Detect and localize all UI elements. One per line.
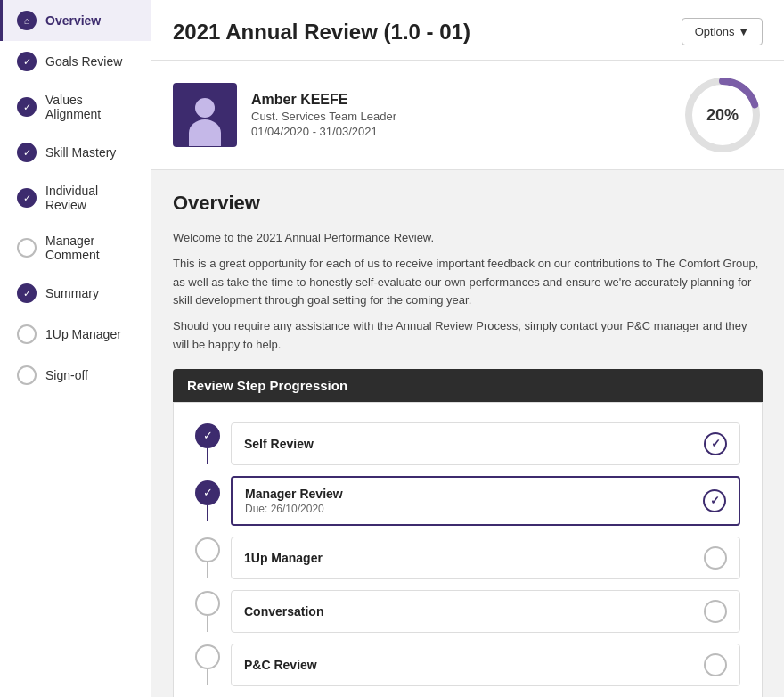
sidebar-item-skill-mastery[interactable]: ✓Skill Mastery bbox=[0, 132, 151, 173]
step-circle-col-self-review: ✓ bbox=[195, 423, 220, 464]
step-name-pc-review: P&C Review bbox=[244, 658, 317, 672]
progress-label: 20% bbox=[706, 106, 739, 125]
sidebar-item-sign-off[interactable]: Sign-off bbox=[0, 355, 151, 396]
step-row-self-acknowledgement: Self Acknowledgement bbox=[195, 692, 740, 697]
step-check-icon-pc-review bbox=[704, 653, 727, 676]
sidebar-label-overview: Overview bbox=[45, 13, 101, 28]
overview-paragraph: Should you require any assistance with t… bbox=[173, 317, 763, 355]
sidebar-label-summary: Summary bbox=[45, 286, 99, 300]
step-circle-col-manager-review: ✓ bbox=[195, 480, 220, 521]
employee-name: Amber KEEFE bbox=[251, 92, 396, 108]
progression-header: Review Step Progression bbox=[173, 369, 763, 402]
sidebar-icon-sign-off bbox=[17, 365, 37, 385]
sidebar-item-summary[interactable]: ✓Summary bbox=[0, 273, 151, 314]
sidebar-label-goals-review: Goals Review bbox=[45, 54, 122, 69]
step-text-self-review: Self Review bbox=[244, 437, 314, 451]
step-connector-conversation bbox=[207, 616, 208, 632]
step-card-pc-review[interactable]: P&C Review bbox=[231, 644, 740, 686]
sidebar-label-manager-comment: Manager Comment bbox=[45, 234, 136, 262]
sidebar-icon-manager-comment bbox=[17, 238, 37, 258]
sidebar-icon-individual-review: ✓ bbox=[17, 188, 37, 208]
step-circle-col-1up-manager bbox=[195, 537, 220, 578]
step-card-conversation[interactable]: Conversation bbox=[231, 590, 740, 633]
employee-role: Cust. Services Team Leader bbox=[251, 110, 396, 123]
step-row-manager-review: ✓Manager ReviewDue: 26/10/2020✓ bbox=[195, 471, 740, 531]
avatar-person bbox=[187, 98, 223, 147]
step-due-manager-review: Due: 26/10/2020 bbox=[245, 503, 343, 515]
options-button[interactable]: Options ▼ bbox=[682, 18, 763, 45]
progression-section: Review Step Progression ✓Self Review✓✓Ma… bbox=[173, 369, 763, 697]
sidebar-label-values-alignment: Values Alignment bbox=[45, 93, 136, 121]
step-circle-col-pc-review bbox=[195, 644, 220, 685]
step-connector-self-review bbox=[207, 448, 208, 464]
step-connector-1up-manager bbox=[207, 562, 208, 578]
step-connector-manager-review bbox=[207, 505, 208, 521]
overview-title: Overview bbox=[173, 192, 763, 215]
step-check-icon-self-review: ✓ bbox=[704, 432, 727, 455]
sidebar-item-1up-manager[interactable]: 1Up Manager bbox=[0, 314, 151, 355]
step-connector-pc-review bbox=[207, 669, 208, 685]
sidebar: ⌂Overview✓Goals Review✓Values Alignment✓… bbox=[0, 0, 151, 697]
step-text-1up-manager: 1Up Manager bbox=[244, 551, 323, 565]
page-title: 2021 Annual Review (1.0 - 01) bbox=[173, 20, 470, 45]
step-circle-col-conversation bbox=[195, 591, 220, 632]
step-check-icon-1up-manager bbox=[704, 546, 727, 570]
sidebar-item-overview[interactable]: ⌂Overview bbox=[0, 0, 151, 41]
step-text-pc-review: P&C Review bbox=[244, 658, 317, 672]
employee-card: Amber KEEFE Cust. Services Team Leader 0… bbox=[151, 61, 784, 170]
step-name-1up-manager: 1Up Manager bbox=[244, 551, 323, 565]
employee-info: Amber KEEFE Cust. Services Team Leader 0… bbox=[173, 83, 396, 147]
sidebar-label-1up-manager: 1Up Manager bbox=[45, 327, 121, 341]
page-header: 2021 Annual Review (1.0 - 01) Options ▼ bbox=[151, 0, 784, 61]
overview-paragraphs: Welcome to the 2021 Annual Performance R… bbox=[173, 229, 763, 355]
step-circle-pc-review bbox=[195, 644, 220, 669]
step-row-pc-review: P&C Review bbox=[195, 638, 740, 692]
progress-ring-container: 20% bbox=[682, 75, 763, 155]
avatar bbox=[173, 83, 237, 147]
sidebar-item-individual-review[interactable]: ✓Individual Review bbox=[0, 173, 151, 223]
step-row-self-review: ✓Self Review✓ bbox=[195, 417, 740, 471]
step-name-conversation: Conversation bbox=[244, 604, 323, 619]
sidebar-label-individual-review: Individual Review bbox=[45, 184, 136, 212]
sidebar-item-goals-review[interactable]: ✓Goals Review bbox=[0, 41, 151, 82]
sidebar-icon-goals-review: ✓ bbox=[17, 52, 37, 71]
step-name-manager-review: Manager Review bbox=[245, 487, 343, 501]
sidebar-icon-overview: ⌂ bbox=[17, 11, 37, 30]
avatar-head bbox=[195, 98, 215, 118]
step-circle-1up-manager bbox=[195, 537, 220, 562]
sidebar-label-skill-mastery: Skill Mastery bbox=[45, 145, 116, 160]
sidebar-icon-summary: ✓ bbox=[17, 283, 37, 303]
step-circle-self-review: ✓ bbox=[195, 423, 220, 448]
step-card-self-review[interactable]: Self Review✓ bbox=[231, 422, 740, 465]
step-row-1up-manager: 1Up Manager bbox=[195, 531, 740, 585]
step-check-icon-manager-review: ✓ bbox=[703, 489, 726, 512]
progress-ring: 20% bbox=[682, 75, 763, 155]
sidebar-label-sign-off: Sign-off bbox=[45, 368, 88, 382]
progression-container: ✓Self Review✓✓Manager ReviewDue: 26/10/2… bbox=[173, 402, 763, 697]
step-row-conversation: Conversation bbox=[195, 585, 740, 638]
content-area: Overview Welcome to the 2021 Annual Perf… bbox=[151, 170, 784, 697]
step-text-manager-review: Manager ReviewDue: 26/10/2020 bbox=[245, 487, 343, 515]
step-circle-conversation bbox=[195, 591, 220, 616]
steps-list: ✓Self Review✓✓Manager ReviewDue: 26/10/2… bbox=[195, 417, 740, 697]
employee-details: Amber KEEFE Cust. Services Team Leader 0… bbox=[251, 92, 396, 138]
sidebar-item-values-alignment[interactable]: ✓Values Alignment bbox=[0, 82, 151, 132]
step-text-conversation: Conversation bbox=[244, 604, 323, 619]
sidebar-icon-values-alignment: ✓ bbox=[17, 97, 37, 117]
sidebar-icon-1up-manager bbox=[17, 324, 37, 344]
main-content: 2021 Annual Review (1.0 - 01) Options ▼ … bbox=[151, 0, 784, 697]
sidebar-icon-skill-mastery: ✓ bbox=[17, 143, 37, 162]
avatar-body bbox=[189, 119, 221, 146]
overview-paragraph: This is a great opportunity for each of … bbox=[173, 255, 763, 310]
step-card-1up-manager[interactable]: 1Up Manager bbox=[231, 537, 740, 579]
step-name-self-review: Self Review bbox=[244, 437, 314, 451]
sidebar-item-manager-comment[interactable]: Manager Comment bbox=[0, 223, 151, 273]
step-check-icon-conversation bbox=[704, 600, 727, 623]
employee-period: 01/04/2020 - 31/03/2021 bbox=[251, 125, 396, 138]
step-card-manager-review[interactable]: Manager ReviewDue: 26/10/2020✓ bbox=[231, 476, 740, 526]
overview-paragraph: Welcome to the 2021 Annual Performance R… bbox=[173, 229, 763, 248]
app-container: ⌂Overview✓Goals Review✓Values Alignment✓… bbox=[0, 0, 784, 697]
step-circle-manager-review: ✓ bbox=[195, 480, 220, 505]
